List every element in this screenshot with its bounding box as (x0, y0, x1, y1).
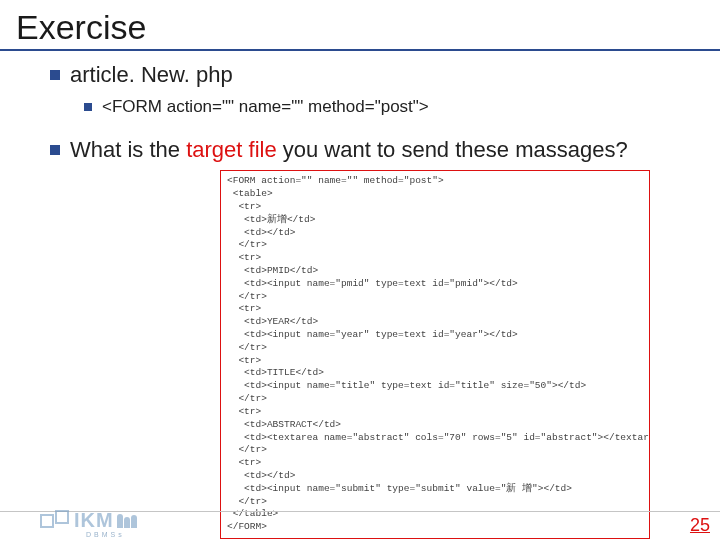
page-number: 25 (690, 515, 710, 536)
question-text: What is the target file you want to send… (70, 136, 628, 165)
logo-square-icon (55, 510, 69, 524)
question-highlight: target file (186, 137, 277, 162)
bullet-icon (50, 145, 60, 155)
bullet-level1: article. New. php (50, 61, 680, 90)
code-snippet: <FORM action="" name="" method="post"> <… (220, 170, 650, 539)
footer-brand: IKM (74, 509, 114, 532)
bullet-icon (84, 103, 92, 111)
bullet-level1: What is the target file you want to send… (50, 136, 680, 165)
bullet1-text: article. New. php (70, 61, 233, 90)
logo-square-icon (40, 514, 54, 528)
question-pre: What is the (70, 137, 186, 162)
bullet-icon (50, 70, 60, 80)
question-post: you want to send these massages? (277, 137, 628, 162)
bullet1-sub-text: <FORM action="" name="" method="post"> (102, 96, 429, 118)
bullet-level2: <FORM action="" name="" method="post"> (84, 96, 680, 118)
footer-logo: IKM (40, 509, 138, 532)
people-icon (117, 514, 138, 528)
slide-title: Exercise (16, 8, 704, 49)
footer-subtext: DBMSs (86, 531, 125, 538)
